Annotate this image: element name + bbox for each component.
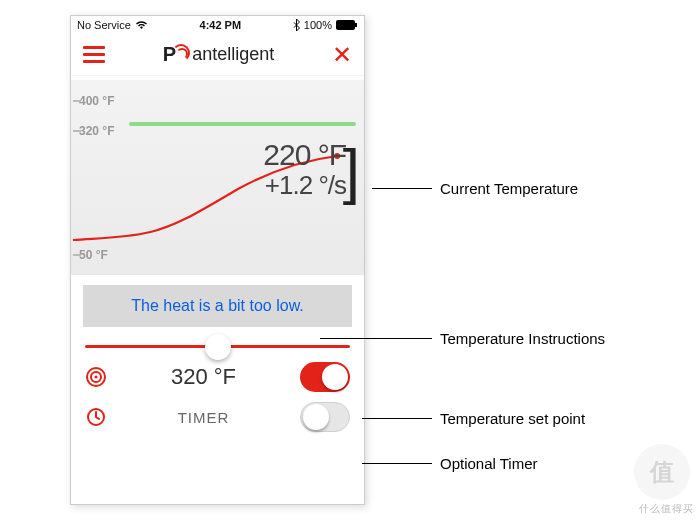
setpoint-slider[interactable] <box>85 345 350 348</box>
annotation-timer: Optional Timer <box>362 455 538 472</box>
timer-label: TIMER <box>117 409 290 426</box>
current-temperature: 220 °F <box>263 138 346 172</box>
watermark-text: 什么值得买 <box>639 502 694 516</box>
timer-toggle[interactable] <box>300 402 350 432</box>
annotation-setpoint: Temperature set point <box>362 410 585 427</box>
temperature-chart: 400 °F 320 °F 50 °F 220 °F +1.2 °/s ] <box>71 80 364 275</box>
close-button[interactable]: ✕ <box>332 43 352 67</box>
battery-icon <box>336 20 358 30</box>
brand-logo: P antelligent <box>163 43 274 66</box>
instruction-banner: The heat is a bit too low. <box>83 285 352 327</box>
slider-thumb[interactable] <box>205 334 231 360</box>
bluetooth-icon <box>293 19 300 31</box>
clock-text: 4:42 PM <box>200 19 242 31</box>
nav-bar: P antelligent ✕ <box>71 34 364 76</box>
svg-point-5 <box>95 376 98 379</box>
menu-button[interactable] <box>83 46 105 63</box>
target-icon <box>85 366 107 388</box>
wifi-icon <box>135 20 148 30</box>
temperature-rate: +1.2 °/s <box>263 170 346 201</box>
svg-rect-0 <box>336 20 355 30</box>
phone-frame: No Service 4:42 PM 100% P antelligent ✕ … <box>70 15 365 505</box>
brand-text: antelligent <box>192 44 274 65</box>
clock-icon <box>85 407 107 427</box>
instruction-text: The heat is a bit too low. <box>131 297 304 315</box>
watermark-badge: 值 <box>634 444 690 500</box>
setpoint-toggle[interactable] <box>300 362 350 392</box>
annotation-current-temp: Current Temperature <box>372 180 578 197</box>
temperature-readout: 220 °F +1.2 °/s <box>263 138 346 201</box>
battery-text: 100% <box>304 19 332 31</box>
status-bar: No Service 4:42 PM 100% <box>71 16 364 34</box>
timer-row: TIMER <box>71 392 364 432</box>
setpoint-value: 320 °F <box>117 364 290 390</box>
carrier-text: No Service <box>77 19 131 31</box>
annotation-instructions: Temperature Instructions <box>320 330 605 347</box>
svg-rect-1 <box>355 23 357 27</box>
bracket-icon: ] <box>343 136 360 206</box>
signal-icon <box>174 46 192 64</box>
